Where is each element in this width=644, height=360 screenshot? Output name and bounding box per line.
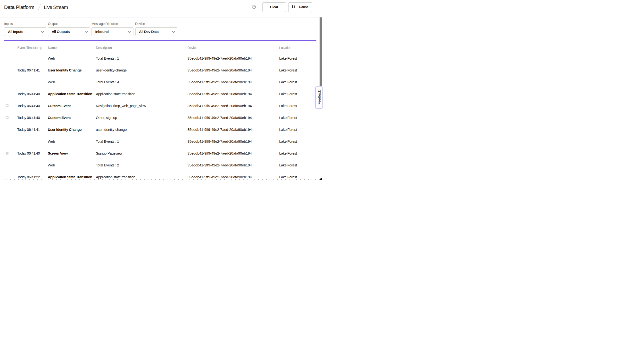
svg-text:?: ? bbox=[253, 5, 254, 8]
